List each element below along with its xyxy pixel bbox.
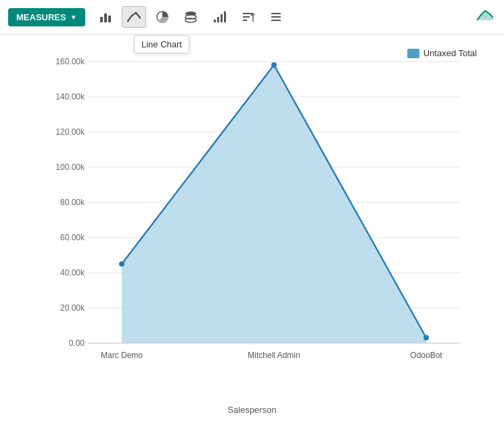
svg-text:60.00k: 60.00k	[60, 233, 85, 242]
stack-icon	[184, 10, 198, 24]
svg-rect-13	[221, 14, 223, 22]
svg-point-4	[131, 15, 133, 17]
x-axis-title: Salesperson	[0, 405, 504, 415]
measures-label: MEASURES	[16, 12, 66, 22]
chart-container: Untaxed Total 160.00k 140.00k 120.00k 10…	[0, 35, 504, 420]
toolbar: MEASURES ▼	[0, 0, 504, 35]
data-point-mitchell	[271, 62, 277, 68]
svg-rect-0	[100, 17, 103, 22]
svg-text:160.00k: 160.00k	[55, 57, 85, 66]
area-chart-icon	[477, 8, 493, 22]
svg-text:100.00k: 100.00k	[55, 162, 85, 172]
bar-chart-icon	[99, 10, 112, 24]
svg-text:Mitchell Admin: Mitchell Admin	[248, 351, 300, 360]
svg-text:20.00k: 20.00k	[60, 303, 85, 313]
legend-color-swatch	[407, 49, 419, 58]
stack-button[interactable]	[179, 6, 203, 28]
list-icon	[269, 10, 283, 24]
measures-button[interactable]: MEASURES ▼	[8, 8, 85, 26]
svg-text:0.00: 0.00	[69, 338, 85, 348]
svg-text:120.00k: 120.00k	[55, 127, 85, 137]
svg-rect-1	[104, 14, 107, 22]
area-chart-right-button[interactable]	[474, 5, 496, 28]
list-button[interactable]	[264, 6, 288, 28]
measures-chevron: ▼	[70, 14, 77, 21]
sort-icon	[241, 10, 254, 24]
line-chart-svg: 160.00k 140.00k 120.00k 100.00k 80.00k 6…	[47, 48, 477, 366]
pie-chart-button[interactable]	[150, 6, 175, 28]
ascending-bar-button[interactable]	[207, 6, 231, 28]
svg-text:Marc Demo: Marc Demo	[101, 351, 143, 360]
svg-rect-12	[217, 17, 219, 22]
svg-rect-2	[108, 16, 111, 22]
svg-text:40.00k: 40.00k	[60, 268, 85, 277]
svg-text:OdooBot: OdooBot	[410, 351, 442, 360]
data-point-marc	[119, 261, 124, 267]
line-chart-tooltip: Line Chart	[134, 35, 189, 53]
chart-legend: Untaxed Total	[407, 48, 477, 58]
line-chart-icon	[127, 10, 141, 24]
legend-label: Untaxed Total	[423, 48, 477, 58]
pie-chart-icon	[156, 10, 169, 24]
svg-text:140.00k: 140.00k	[55, 92, 85, 102]
bar-asc-icon	[212, 10, 226, 24]
svg-marker-23	[477, 11, 493, 20]
sort-button[interactable]	[235, 6, 260, 28]
bar-chart-button[interactable]	[93, 6, 118, 28]
svg-rect-14	[224, 12, 226, 22]
tooltip-text: Line Chart	[141, 39, 182, 49]
svg-point-5	[135, 12, 137, 14]
svg-text:80.00k: 80.00k	[60, 198, 85, 207]
data-point-odoobot	[423, 335, 429, 340]
line-chart-button[interactable]	[122, 6, 146, 28]
svg-rect-11	[214, 20, 216, 22]
